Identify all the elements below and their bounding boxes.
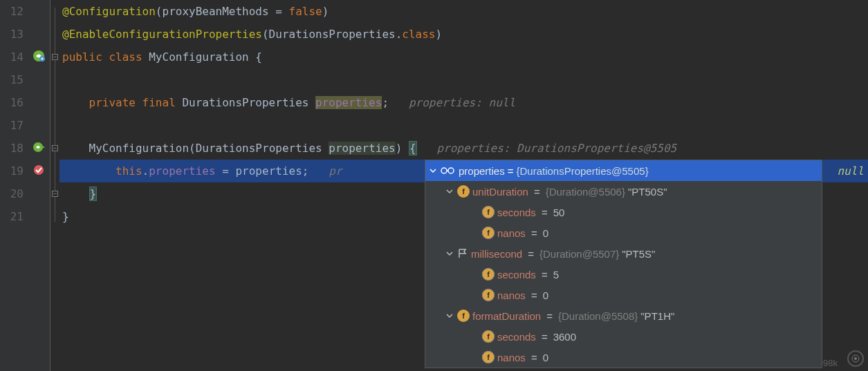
chevron-down-icon[interactable] xyxy=(445,249,454,258)
line-number: 17 xyxy=(0,114,24,137)
line-number: 16 xyxy=(0,91,24,114)
code-line[interactable]: @Configuration(proxyBeanMethods = false) xyxy=(59,0,868,23)
svg-point-7 xyxy=(854,357,857,360)
line-number: 20 xyxy=(0,182,24,205)
fold-toggle[interactable]: − xyxy=(52,145,58,151)
fold-column: − − − xyxy=(50,0,59,371)
inline-value: null xyxy=(837,160,864,182)
spring-run-icon[interactable] xyxy=(33,141,45,153)
debug-field-row[interactable]: f seconds=5 xyxy=(425,264,822,285)
debug-variables-popup[interactable]: properties = {DurationsProperties@5505} … xyxy=(425,160,822,368)
chevron-down-icon[interactable] xyxy=(445,311,454,321)
chevron-down-icon[interactable] xyxy=(445,187,454,196)
line-number: 13 xyxy=(0,23,24,46)
code-line[interactable]: private final DurationsProperties proper… xyxy=(59,91,868,114)
gutter-icons xyxy=(29,0,50,371)
code-line[interactable]: @EnableConfigurationProperties(Durations… xyxy=(59,23,868,46)
fold-toggle[interactable]: − xyxy=(52,54,58,60)
debug-field-row[interactable]: f nanos=0 xyxy=(425,347,822,368)
line-number: 18 xyxy=(0,137,24,160)
chevron-down-icon[interactable] xyxy=(428,166,438,175)
inline-hint: properties: DurationsProperties@5505 xyxy=(436,142,676,155)
debug-field-row[interactable]: millisecond={Duration@5507} "PT5S" xyxy=(425,243,822,264)
debug-field-row[interactable]: f formatDuration={Duration@5508} "PT1H" xyxy=(425,305,822,326)
field-final-badge-icon: f xyxy=(482,330,495,343)
line-number: 14 xyxy=(0,46,24,68)
svg-point-4 xyxy=(441,168,447,173)
field-final-badge-icon: f xyxy=(482,351,495,363)
fold-toggle[interactable]: − xyxy=(52,191,58,197)
debug-root-row[interactable]: properties = {DurationsProperties@5505} xyxy=(425,160,822,181)
code-line[interactable] xyxy=(59,114,868,137)
field-badge-icon: f xyxy=(457,185,470,198)
code-line[interactable] xyxy=(59,68,868,91)
debug-field-row[interactable]: f seconds=50 xyxy=(425,202,822,222)
field-badge-icon: f xyxy=(457,310,470,322)
watch-icon xyxy=(441,167,454,175)
assist-icon[interactable] xyxy=(847,350,864,367)
field-final-badge-icon: f xyxy=(482,268,495,280)
line-number: 12 xyxy=(0,0,24,23)
spring-bean-icon[interactable] xyxy=(33,50,45,62)
debug-field-row[interactable]: f unitDuration={Duration@5506} "PT50S" xyxy=(425,181,822,202)
field-final-badge-icon: f xyxy=(482,227,495,239)
line-number-gutter: 12 13 14 15 16 17 18 19 20 21 xyxy=(0,0,29,371)
code-line[interactable]: MyConfiguration(DurationsProperties prop… xyxy=(59,137,868,160)
svg-point-3 xyxy=(34,165,44,175)
inline-hint: properties: null xyxy=(409,96,515,109)
breakpoint-icon[interactable] xyxy=(33,164,45,176)
line-number: 21 xyxy=(0,205,24,228)
debug-field-row[interactable]: f nanos=0 xyxy=(425,285,822,305)
field-final-badge-icon: f xyxy=(482,289,495,301)
debug-field-row[interactable]: f nanos=0 xyxy=(425,222,822,243)
line-number: 19 xyxy=(0,160,24,182)
line-number: 15 xyxy=(0,68,24,91)
field-final-badge-icon: f xyxy=(482,206,495,218)
code-line[interactable]: public class MyConfiguration { xyxy=(59,46,868,68)
svg-point-5 xyxy=(448,168,454,173)
debug-field-row[interactable]: f seconds=3600 xyxy=(425,326,822,347)
flag-icon xyxy=(457,248,468,259)
